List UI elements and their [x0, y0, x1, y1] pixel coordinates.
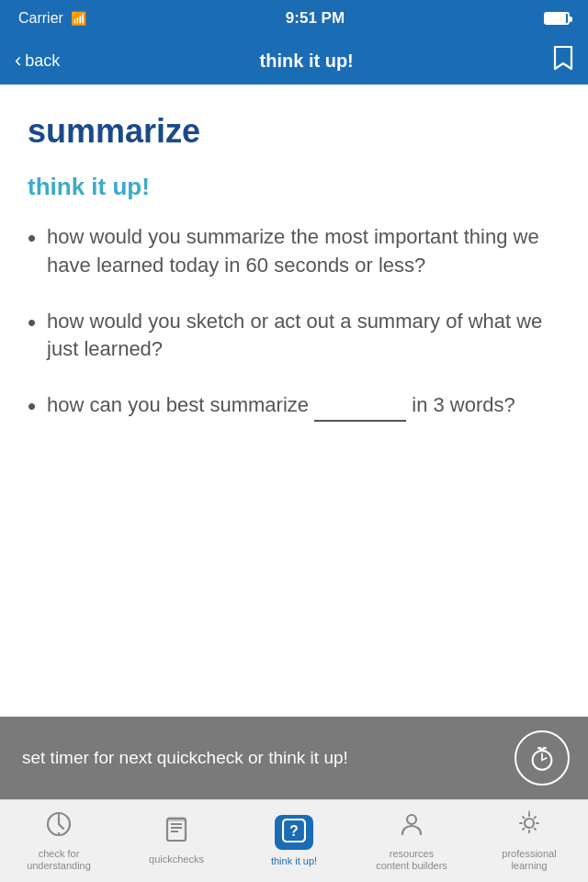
quickchecks-icon [163, 816, 190, 848]
back-button[interactable]: ‹ back [15, 51, 60, 71]
tab-bar: check forunderstanding quickchecks ? thi… [0, 799, 588, 882]
bullet-item-1: how would you summarize the most importa… [28, 223, 560, 280]
tab-resources-label: resourcescontent builders [376, 848, 447, 872]
tab-professional-learning[interactable]: professionallearning [470, 810, 588, 872]
timer-button[interactable] [514, 730, 570, 786]
bullet-text-2: how would you sketch or act out a summar… [47, 308, 560, 365]
nav-title: think it up! [260, 51, 354, 72]
tab-check-for-understanding[interactable]: check forunderstanding [0, 810, 118, 872]
svg-line-24 [535, 817, 537, 819]
svg-rect-9 [167, 819, 186, 841]
professional-learning-icon [515, 810, 543, 842]
battery-icon [544, 12, 570, 25]
carrier-label: Carrier [18, 10, 63, 27]
back-label: back [25, 51, 60, 71]
think-it-up-label: think it up! [28, 173, 560, 201]
tab-professional-label: professionallearning [502, 848, 556, 872]
timer-bar: set timer for next quickcheck or think i… [0, 717, 588, 799]
tab-check-label: check forunderstanding [27, 848, 91, 872]
svg-text:?: ? [289, 823, 299, 839]
svg-rect-13 [167, 817, 186, 821]
bullet-text-1: how would you summarize the most importa… [47, 223, 560, 280]
tab-think-it-up[interactable]: ? think it up! [235, 815, 353, 867]
status-bar: Carrier 📶 9:51 PM [0, 0, 588, 37]
svg-line-22 [523, 817, 525, 819]
bookmark-icon[interactable] [553, 45, 573, 76]
svg-line-25 [523, 828, 525, 830]
svg-line-23 [535, 828, 537, 830]
check-understanding-icon [45, 810, 73, 842]
bullet-item-3: how can you best summarize in 3 words? [28, 391, 560, 423]
tab-quickchecks-label: quickchecks [149, 854, 204, 865]
stopwatch-icon [527, 743, 557, 773]
think-it-up-icon: ? [282, 822, 306, 847]
status-right [544, 12, 570, 25]
svg-rect-3 [543, 747, 547, 749]
status-left: Carrier 📶 [18, 10, 86, 27]
think-it-up-icon-box: ? [275, 815, 313, 850]
bullet-item-2: how would you sketch or act out a summar… [28, 308, 560, 365]
tab-think-it-up-label: think it up! [271, 855, 317, 867]
section-title: summarize [28, 112, 560, 151]
status-time: 9:51 PM [286, 9, 345, 28]
nav-bar: ‹ back think it up! [0, 37, 588, 85]
svg-point-17 [525, 819, 534, 828]
timer-text: set timer for next quickcheck or think i… [22, 747, 514, 770]
main-content: summarize think it up! how would you sum… [0, 85, 588, 717]
wifi-icon: 📶 [71, 11, 86, 26]
back-chevron-icon: ‹ [15, 51, 21, 71]
resources-icon [398, 810, 425, 842]
svg-rect-2 [537, 747, 541, 749]
tab-resources[interactable]: resourcescontent builders [353, 810, 470, 872]
svg-point-16 [407, 815, 416, 824]
tab-quickchecks[interactable]: quickchecks [118, 816, 235, 865]
bullet-list: how would you summarize the most importa… [28, 223, 560, 423]
bullet-text-3: how can you best summarize in 3 words? [47, 391, 515, 422]
